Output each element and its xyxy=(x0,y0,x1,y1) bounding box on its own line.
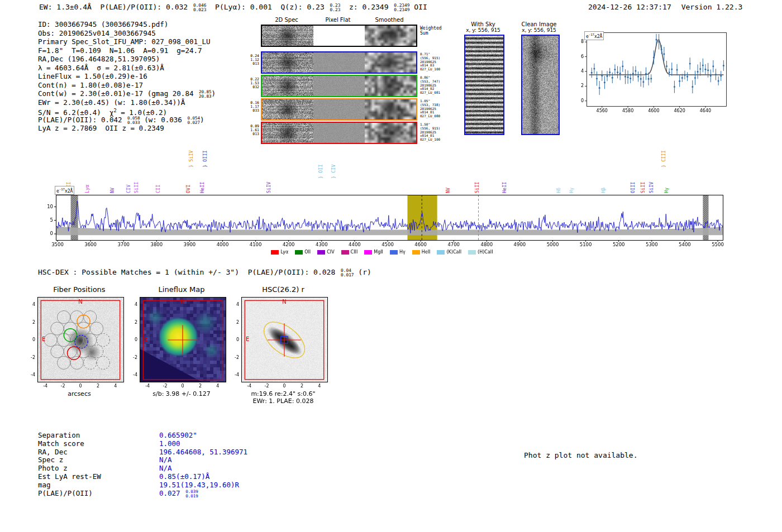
cutout-row-images xyxy=(261,51,417,74)
with-sky-coords: x, y: 556, 915 xyxy=(458,27,508,33)
match-field-value: N/A xyxy=(159,464,172,472)
spectral-line-label: Lyα xyxy=(85,185,90,193)
fiber-positions-title: Fiber Positions xyxy=(29,285,130,294)
match-field-value: 0.027 0.0390.019 xyxy=(159,489,198,499)
summary-header: EW: 1.3±0.4Å P(LAE)/P(OII): 0.032 0.0460… xyxy=(39,3,427,13)
legend-item: MgII xyxy=(364,250,383,255)
uncertainty-range: 0.040.017 xyxy=(341,269,354,278)
uncertainty-range: 0.0540.027 xyxy=(187,116,200,125)
legend-swatch xyxy=(437,250,445,255)
cutout-row-images xyxy=(261,98,417,121)
2d-spec-image xyxy=(262,123,313,143)
cutout-column-title: Smoothed xyxy=(364,17,415,23)
legend-label: HeII xyxy=(422,250,431,255)
legend-swatch xyxy=(295,250,303,255)
info-line: EWr = 2.30(±0.45) (w: 1.80(±0.34))Å xyxy=(38,98,216,107)
pixel-flat-image xyxy=(313,99,365,119)
hsc-cutout-image xyxy=(222,294,330,389)
smoothed-image xyxy=(365,52,416,73)
spectral-line-label: OIII xyxy=(631,182,636,193)
match-field-label: Photo z xyxy=(38,464,159,472)
match-field-value: 196.464608, 51.396971 xyxy=(159,448,247,456)
catalog-match-table: Separation0.665902"Match score1.000RA, D… xyxy=(38,431,247,497)
cutout-row-metrics: 0.091.61013 xyxy=(247,124,259,136)
spectral-line-label: NV xyxy=(110,188,115,193)
info-line: S/N = 6.2(±0.4) χ2 = 1.0(±0.2) xyxy=(38,107,216,116)
match-field-label: mag xyxy=(38,481,159,489)
legend-swatch xyxy=(468,250,476,255)
spectral-line-label: SiIV xyxy=(266,182,271,193)
legend-item: (H)CaII xyxy=(468,250,493,255)
legend-item: Hγ xyxy=(390,250,406,255)
legend-swatch xyxy=(364,250,372,255)
match-field-label: RA, Dec xyxy=(38,448,159,456)
cutout-row-images xyxy=(261,122,417,144)
spectral-line-label: Hδ xyxy=(556,188,561,193)
with-sky-image xyxy=(464,35,504,135)
legend-label: CIII xyxy=(351,250,358,255)
uncertainty-range: 0.23490.2349 xyxy=(394,3,409,13)
match-field-label: Separation xyxy=(38,431,159,439)
version-label: Version 1.22.3 xyxy=(681,3,743,11)
cutout-column-title: 2D Spec xyxy=(261,17,312,23)
legend-item: (K)CaII xyxy=(437,250,461,255)
line-fit-plot xyxy=(575,28,727,123)
hsc-cutout-title: HSC(26.2) r xyxy=(233,285,333,294)
match-field-label: Match score xyxy=(38,439,159,448)
legend-item: OII xyxy=(295,250,311,255)
hsc-dex-header: HSC-DEX : Possible Matches = 1 (within +… xyxy=(38,268,371,278)
hsc-cutout-caption1: m:19.6 re:2.4" s:0.6" xyxy=(233,390,333,397)
2d-spec-image xyxy=(262,26,313,46)
legend-label: OII xyxy=(304,250,311,255)
legend-swatch xyxy=(341,250,349,255)
match-table-row: Photo zN/A xyxy=(38,464,247,472)
match-table-row: Separation0.665902" xyxy=(38,431,247,439)
match-field-value: 0.85(±0.17)Å xyxy=(159,472,209,481)
elixer-report-page: EW: 1.3±0.4Å P(LAE)/P(OII): 0.032 0.0460… xyxy=(0,0,782,532)
cutout-row-metrics: 0.161.17033 xyxy=(247,101,259,113)
spectral-line-label: } OIII xyxy=(203,150,208,167)
match-table-row: Spec zN/A xyxy=(38,456,247,464)
cutout-row-info: 0.71"(556, 915)20190625v014_03027_LU_100 xyxy=(420,52,440,71)
match-table-row: mag19.51(19.43,19.60)R xyxy=(38,481,247,489)
2d-spectra-cutouts: 2D SpecPixel FlatSmoothedWeightedSum0.24… xyxy=(247,17,449,146)
spectral-line-label: SiII xyxy=(134,182,139,193)
spectral-line-label: } OII xyxy=(318,164,323,179)
smoothed-image xyxy=(365,99,416,119)
pixel-flat-image xyxy=(313,76,365,96)
cutout-row-images xyxy=(261,75,417,97)
full-spectrum-plot xyxy=(38,193,726,251)
match-field-value: 0.665902" xyxy=(159,431,197,439)
info-line: F=1.8" T=0.109 N=1.06 A=0.91 g=24.7 xyxy=(38,46,216,55)
spectral-line-label: SiII xyxy=(641,182,646,193)
fiber-positions-xlabel: arcsecs xyxy=(29,390,130,397)
clean-image-header: Clean Image x, y: 556, 915 xyxy=(511,21,567,33)
spectral-line-label: SiII xyxy=(475,182,480,193)
cutout-row-info: 1.50"(556, 915)20190625v014_01027_LU_100 xyxy=(420,123,440,142)
cutout-row-images xyxy=(261,25,417,47)
info-line: Primary Spec_Slot_IFU_AMP: 027_098_001_L… xyxy=(38,37,216,46)
pixel-flat-image xyxy=(313,52,365,73)
hsc-cutout-caption2: EWr: 1. PLAE: 0.028 xyxy=(233,397,333,405)
2d-spec-image xyxy=(262,52,313,73)
fiber-positions-map xyxy=(18,294,126,389)
info-line: RA,Dec (196.464828,51.397095) xyxy=(38,55,216,64)
cutout-row-metrics: 0.221.53032 xyxy=(247,78,259,89)
spectral-line-label: } SiIV xyxy=(189,150,194,167)
info-line: Cont(n) = 1.80(±0.08)e-17 xyxy=(38,81,216,90)
spectral-line-label: } CIV xyxy=(331,164,336,179)
timestamp: 2024-12-26 12:37:17 xyxy=(588,3,671,11)
info-line: λ = 4603.64Å σ = 2.81(±0.63)Å xyxy=(38,64,216,73)
cutout-row-info: WeightedSum xyxy=(420,26,442,36)
uncertainty-range: 0.230.23 xyxy=(330,3,341,13)
line-fit-unit-label: e-17x2Å xyxy=(584,31,604,40)
info-line: P(LAE)/P(OII): 0.042 0.0580.033 (w: 0.03… xyxy=(38,116,216,124)
with-sky-title: With Sky xyxy=(458,21,508,27)
lineflux-map xyxy=(121,294,228,389)
spectral-line-label: OVI xyxy=(186,185,191,193)
spectral-line-label: NV xyxy=(446,188,451,193)
match-field-label: Est LyA rest-EW xyxy=(38,472,159,481)
legend-item: CIII xyxy=(341,250,358,255)
legend-label: MgII xyxy=(374,250,383,255)
lineflux-map-caption: s/b: 3.98 +/- 0.127 xyxy=(131,390,232,397)
